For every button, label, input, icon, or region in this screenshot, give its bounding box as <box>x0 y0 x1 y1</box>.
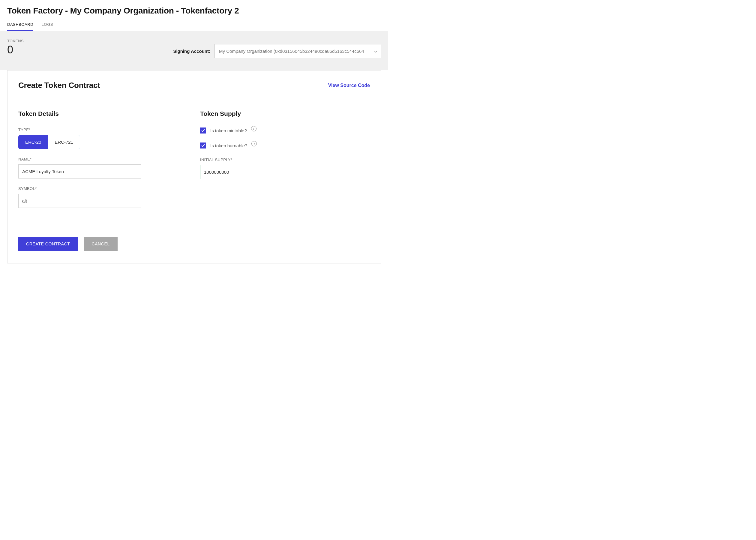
info-icon[interactable]: i <box>251 141 257 146</box>
info-icon[interactable]: i <box>251 126 257 131</box>
chevron-down-icon <box>374 50 377 53</box>
name-input[interactable] <box>18 164 141 179</box>
mintable-checkbox[interactable] <box>200 127 206 133</box>
type-segmented-control: ERC-20 ERC-721 <box>18 135 80 149</box>
mintable-label: Is token mintable? <box>210 128 247 133</box>
tokens-count-value: 0 <box>7 45 24 55</box>
card-title: Create Token Contract <box>18 81 100 90</box>
token-details-column: Token Details TYPE* ERC-20 ERC-721 NAME*… <box>18 110 188 251</box>
name-label: NAME* <box>18 157 188 161</box>
symbol-label: SYMBOL* <box>18 186 188 191</box>
tab-logs[interactable]: LOGS <box>42 21 53 31</box>
initial-supply-label: INITIAL SUPPLY* <box>200 158 370 162</box>
signing-account-select[interactable]: My Company Organization (0xd03156045b324… <box>214 44 381 58</box>
token-details-heading: Token Details <box>18 110 188 117</box>
initial-supply-input[interactable] <box>200 165 323 179</box>
page-title: Token Factory - My Company Organization … <box>7 6 381 16</box>
cancel-button[interactable]: CANCEL <box>84 237 117 251</box>
burnable-label: Is token burnable? <box>210 143 247 148</box>
stats-bar: TOKENS 0 Signing Account: My Company Org… <box>0 31 388 70</box>
create-token-card: Create Token Contract View Source Code T… <box>7 70 381 263</box>
token-supply-heading: Token Supply <box>200 110 370 117</box>
token-supply-column: Token Supply Is token mintable? i Is tok… <box>200 110 370 251</box>
tab-bar: DASHBOARD LOGS <box>7 21 381 31</box>
signing-account-label: Signing Account: <box>173 49 210 54</box>
type-option-erc721[interactable]: ERC-721 <box>48 135 80 149</box>
symbol-input[interactable] <box>18 194 141 208</box>
tab-dashboard[interactable]: DASHBOARD <box>7 21 33 31</box>
signing-account-value: My Company Organization (0xd03156045b324… <box>219 49 364 54</box>
type-label: TYPE* <box>18 127 188 132</box>
type-option-erc20[interactable]: ERC-20 <box>18 135 48 149</box>
view-source-link[interactable]: View Source Code <box>328 83 370 88</box>
tokens-count-label: TOKENS <box>7 39 24 43</box>
burnable-checkbox[interactable] <box>200 143 206 149</box>
create-contract-button[interactable]: CREATE CONTRACT <box>18 237 78 251</box>
